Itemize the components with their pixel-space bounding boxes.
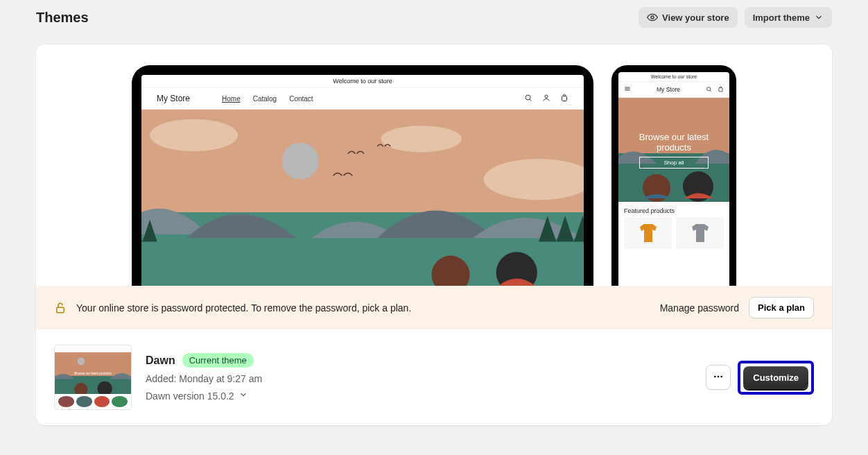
- store-name: My Store: [157, 94, 190, 103]
- thumb-hero-text: Browse our latest products: [74, 372, 111, 375]
- bag-icon: [718, 86, 724, 94]
- product-thumb: [676, 217, 724, 249]
- store-navbar-mobile: My Store: [618, 81, 729, 98]
- preview-area: Welcome to our store My Store Home Catal…: [36, 44, 832, 286]
- svg-rect-4: [562, 96, 567, 101]
- product-row: [618, 217, 729, 249]
- view-store-button[interactable]: View your store: [639, 7, 738, 28]
- menu-icon: [624, 85, 631, 94]
- user-icon: [542, 94, 550, 103]
- search-icon: [524, 94, 532, 103]
- desktop-preview-frame: Welcome to our store My Store Home Catal…: [132, 65, 593, 286]
- svg-point-0: [651, 16, 654, 19]
- password-message: Your online store is password protected.…: [76, 302, 411, 314]
- svg-rect-23: [57, 307, 64, 313]
- svg-rect-18: [719, 87, 722, 91]
- import-theme-label: Import theme: [753, 12, 810, 23]
- manage-password-link[interactable]: Manage password: [660, 302, 739, 314]
- hero-image-mobile: Browse our latest products Shop all: [618, 98, 729, 202]
- lock-icon: [54, 302, 67, 314]
- theme-card: Welcome to our store My Store Home Catal…: [36, 44, 832, 425]
- svg-point-8: [150, 119, 238, 152]
- import-theme-button[interactable]: Import theme: [745, 7, 832, 28]
- announcement-bar-mobile: Welcome to our store: [618, 72, 729, 81]
- theme-version-dropdown[interactable]: Dawn version 15.0.2: [146, 390, 262, 402]
- svg-line-17: [710, 90, 711, 92]
- password-banner: Your online store is password protected.…: [36, 286, 832, 329]
- svg-point-9: [381, 126, 461, 152]
- nav-home: Home: [222, 95, 241, 103]
- svg-point-26: [78, 358, 85, 366]
- current-theme-row: Browse our latest products Dawn Current …: [36, 329, 832, 425]
- current-theme-badge: Current theme: [182, 353, 254, 368]
- eye-icon: [647, 12, 658, 23]
- bag-icon: [560, 94, 568, 103]
- dots-icon: [713, 371, 724, 384]
- theme-version-label: Dawn version 15.0.2: [146, 390, 234, 402]
- theme-added: Added: Monday at 9:27 am: [146, 373, 262, 384]
- customize-highlight: Customize: [738, 361, 814, 395]
- svg-point-30: [718, 375, 720, 377]
- hero-image: [141, 110, 584, 286]
- hero-text-line2: products: [639, 142, 709, 153]
- page-header: Themes View your store Import theme: [36, 0, 832, 44]
- featured-products-label: Featured products: [618, 202, 729, 217]
- theme-thumbnail: Browse our latest products: [54, 345, 132, 410]
- svg-point-31: [721, 375, 723, 377]
- svg-point-29: [714, 375, 716, 377]
- page-title: Themes: [36, 10, 89, 26]
- pick-plan-button[interactable]: Pick a plan: [749, 297, 814, 318]
- store-navbar: My Store Home Catalog Contact: [141, 87, 584, 110]
- more-actions-button[interactable]: [706, 365, 731, 390]
- svg-line-2: [530, 99, 531, 101]
- nav-catalog: Catalog: [253, 95, 277, 103]
- svg-point-16: [706, 87, 710, 90]
- nav-contact: Contact: [289, 95, 313, 103]
- mobile-preview-frame: Welcome to our store My Store: [611, 65, 736, 286]
- store-name-mobile: My Store: [657, 86, 680, 93]
- shop-all-button: Shop all: [639, 157, 709, 169]
- customize-button[interactable]: Customize: [743, 366, 808, 389]
- announcement-bar: Welcome to our store: [141, 75, 584, 87]
- hero-text-line1: Browse our latest: [639, 132, 709, 142]
- search-icon: [706, 86, 712, 94]
- svg-point-7: [282, 143, 319, 180]
- view-store-label: View your store: [662, 12, 729, 23]
- chevron-down-icon: [814, 12, 824, 22]
- chevron-down-icon: [238, 390, 248, 402]
- product-thumb: [624, 217, 672, 249]
- svg-point-3: [545, 95, 548, 98]
- svg-point-1: [526, 95, 530, 100]
- theme-name: Dawn: [146, 354, 175, 367]
